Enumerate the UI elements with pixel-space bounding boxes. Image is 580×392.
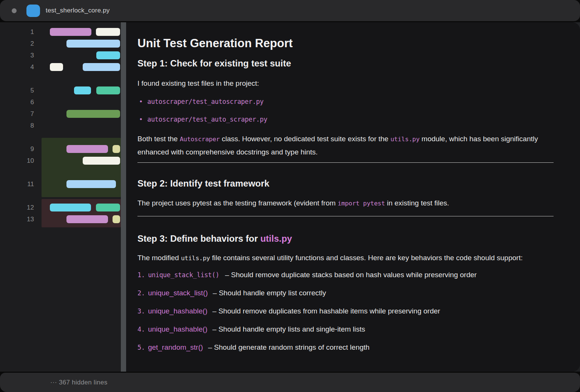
line-number: 8 — [11, 122, 34, 130]
text-segment: The project uses pytest as the testing f… — [137, 199, 338, 207]
behavior-item: 1.unique_stack_list() – Should remove du… — [137, 270, 554, 280]
step2-heading: Step 2: Identify test framework — [137, 177, 554, 190]
step3-heading-file-link[interactable]: utils.py — [260, 233, 292, 244]
status-dot-icon — [12, 8, 17, 13]
step3-heading-text: Step 3: Define behaviors for — [137, 233, 260, 244]
code-bar — [96, 28, 120, 36]
line-number: 4 — [11, 63, 34, 71]
item-number: 5. — [137, 344, 145, 351]
item-number: 1. — [137, 271, 145, 279]
title-bar: test_sherlock_core.py — [0, 0, 580, 21]
code-bar — [66, 145, 108, 153]
behavior-item: 5.get_random_str() – Should generate ran… — [137, 342, 554, 353]
step1-intro: I found existing test files in the proje… — [137, 78, 554, 89]
behavior-description: – Should generate random strings of corr… — [206, 343, 370, 351]
code-bar — [96, 204, 120, 211]
behavior-description: – Should handle empty lists and single-i… — [210, 325, 365, 333]
line-number: 9 — [11, 145, 34, 153]
file-name: test_sherlock_core.py — [46, 7, 110, 14]
code-bar — [113, 215, 120, 223]
step1-heading: Step 1: Check for existing test suite — [137, 57, 554, 70]
code-bar — [66, 110, 120, 118]
line-number: 1 — [11, 28, 34, 36]
code-bar — [83, 157, 120, 165]
test-file-item: •autoscraper/test_auto_scraper.py — [137, 116, 554, 123]
behavior-description: – Should remove duplicates from hashable… — [210, 307, 440, 315]
line-number: 3 — [11, 51, 34, 59]
code-bar — [74, 86, 91, 94]
step3-paragraph: The modified utils.py file contains seve… — [137, 252, 554, 264]
inline-code: import pytest — [338, 200, 385, 207]
behavior-item: 4.unique_hashable() – Should handle empt… — [137, 324, 554, 335]
code-bar — [83, 63, 120, 71]
step1-summary: Both test the Autoscraper class. However… — [137, 133, 554, 159]
function-name: unique_stack_list() — [148, 271, 219, 279]
line-number: 10 — [11, 157, 34, 165]
function-name: unique_hashable() — [148, 307, 207, 315]
code-bar — [66, 180, 116, 188]
panel-divider[interactable] — [121, 22, 126, 372]
test-file-list: •autoscraper/test_autoscraper.py•autoscr… — [137, 98, 554, 123]
report-title: Unit Test Generation Report — [137, 36, 554, 51]
code-bar — [66, 215, 108, 223]
section-divider-1 — [137, 162, 554, 163]
inline-code: Autoscraper — [180, 136, 220, 143]
text-segment: class. However, no dedicated test suite … — [220, 135, 390, 143]
text-segment: in existing test files. — [385, 199, 449, 207]
inline-code: utils.py — [390, 136, 420, 143]
section-divider-2 — [137, 216, 554, 216]
code-panel: 12345678910111213 — [0, 22, 121, 372]
line-number: 13 — [11, 215, 34, 223]
behavior-item: 3.unique_hashable() – Should remove dupl… — [137, 306, 554, 316]
text-segment: The modified — [137, 254, 181, 262]
code-bar — [96, 86, 120, 94]
inline-code: utils.py — [181, 255, 210, 262]
code-bar — [113, 145, 120, 153]
behavior-description: – Should remove duplicate stacks based o… — [223, 271, 477, 279]
behavior-description: – Should handle empty list correctly — [211, 289, 326, 297]
item-number: 3. — [137, 307, 145, 315]
item-number: 4. — [137, 326, 145, 333]
test-file-item: •autoscraper/test_autoscraper.py — [137, 98, 554, 106]
function-name: get_random_str() — [148, 343, 203, 351]
bullet-icon: • — [137, 98, 147, 106]
code-bar — [50, 63, 63, 71]
line-number: 2 — [11, 40, 34, 48]
code-bar — [66, 40, 120, 48]
line-number: 5 — [11, 86, 34, 94]
item-number: 2. — [137, 289, 145, 297]
step3-heading: Step 3: Define behaviors for utils.py — [137, 232, 554, 245]
line-number: 12 — [11, 204, 34, 211]
line-number: 7 — [11, 110, 34, 118]
file-icon — [26, 5, 40, 17]
line-number: 6 — [11, 98, 34, 106]
function-name: unique_hashable() — [148, 325, 207, 333]
hidden-lines-indicator[interactable]: ··· 367 hidden lines — [50, 379, 108, 386]
behavior-item: 2.unique_stack_list() – Should handle em… — [137, 288, 554, 298]
bullet-icon: • — [137, 116, 147, 123]
bottom-bar: ··· 367 hidden lines — [0, 373, 580, 392]
main-area: 12345678910111213 Unit Test Generation R… — [0, 22, 580, 372]
test-file-path: autoscraper/test_auto_scraper.py — [147, 116, 267, 123]
text-segment: file contains several utility functions … — [210, 254, 523, 262]
code-bar — [50, 28, 91, 36]
report-panel[interactable]: Unit Test Generation Report Step 1: Chec… — [126, 22, 580, 372]
code-bar — [50, 204, 91, 211]
function-name: unique_stack_list() — [148, 289, 208, 297]
behavior-list: 1.unique_stack_list() – Should remove du… — [137, 270, 554, 353]
code-bar — [96, 51, 120, 59]
test-file-path: autoscraper/test_autoscraper.py — [147, 98, 264, 105]
step2-paragraph: The project uses pytest as the testing f… — [137, 198, 554, 209]
text-segment: Both test the — [137, 135, 180, 143]
file-tab[interactable]: test_sherlock_core.py — [26, 5, 110, 17]
line-number: 11 — [11, 180, 34, 188]
